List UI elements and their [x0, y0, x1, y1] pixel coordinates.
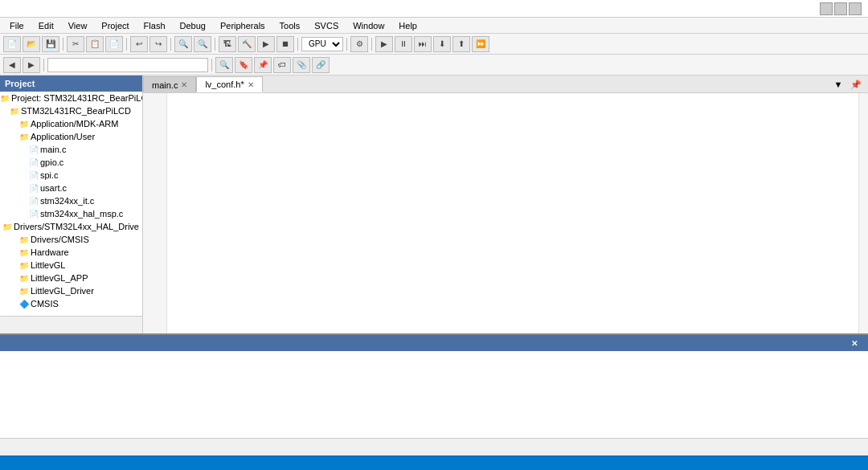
target-select[interactable]: GPU: [301, 37, 343, 51]
project-panel: Project 📁Project: STM32L431RC_BearPiLCD📁…: [0, 76, 143, 333]
sep3: [170, 38, 171, 51]
step-btn[interactable]: ⏭: [414, 36, 432, 52]
menu-bar: FileEditViewProjectFlashDebugPeripherals…: [0, 18, 868, 34]
menu-item-tools[interactable]: Tools: [273, 19, 307, 32]
run-btn[interactable]: ▶: [375, 36, 393, 52]
rebuild-btn[interactable]: 🔨: [238, 36, 256, 52]
tree-item[interactable]: 📄stm324xx_hal_msp.c: [0, 207, 142, 220]
sep2: [126, 38, 127, 51]
build-output-panel: ✕: [0, 333, 868, 438]
copy-btn[interactable]: 📋: [86, 36, 104, 52]
save-btn[interactable]: 💾: [42, 36, 59, 52]
cut-btn[interactable]: ✂: [67, 36, 84, 52]
tree-item[interactable]: 📄gpio.c: [0, 156, 142, 169]
code-editor: [143, 93, 868, 333]
undo-btn[interactable]: ↩: [130, 36, 148, 52]
tree-item[interactable]: 📁Hardware: [0, 246, 142, 259]
menu-item-project[interactable]: Project: [95, 19, 135, 32]
sep4: [215, 38, 215, 51]
menu-item-flash[interactable]: Flash: [137, 19, 172, 32]
menu-item-debug[interactable]: Debug: [174, 19, 212, 32]
stop-btn[interactable]: ⏹: [276, 36, 294, 52]
bookmark5[interactable]: 🔗: [312, 57, 330, 73]
sep8: [43, 59, 44, 72]
editor-area: main.c ✕ lv_conf.h* ✕ ▼ 📌: [143, 76, 868, 333]
bookmark4[interactable]: 📎: [293, 57, 310, 73]
minimize-button[interactable]: [820, 2, 833, 15]
build-btn[interactable]: 🏗: [219, 36, 236, 52]
back-btn[interactable]: ◀: [3, 57, 21, 73]
tree-item[interactable]: 📁Project: STM32L431RC_BearPiLCD: [0, 92, 142, 104]
build-panel-close[interactable]: ✕: [845, 335, 863, 351]
tree-item[interactable]: 🔷CMSIS: [0, 297, 142, 310]
sep5: [297, 38, 298, 51]
tree-item[interactable]: 📄stm324xx_it.c: [0, 194, 142, 207]
new-file-btn[interactable]: 📄: [3, 36, 21, 52]
bookmark3[interactable]: 🏷: [273, 57, 291, 73]
project-tree: 📁Project: STM32L431RC_BearPiLCD📁STM32L43…: [0, 92, 142, 316]
toolbar-row-1: 📄 📂 💾 ✂ 📋 📄 ↩ ↪ 🔍 🔍 🏗 🔨 ▶ ⏹ GPU ⚙ ▶ ⏸ ⏭ …: [0, 34, 868, 55]
tab-main-c[interactable]: main.c ✕: [143, 76, 196, 92]
forward-btn[interactable]: ▶: [23, 57, 40, 73]
project-panel-header: Project: [0, 76, 142, 92]
tab-main-c-label: main.c: [152, 80, 178, 90]
tab-lv-conf[interactable]: lv_conf.h* ✕: [196, 76, 262, 92]
debug-btn[interactable]: ▶: [257, 36, 275, 52]
maximize-button[interactable]: [834, 2, 847, 15]
next-btn[interactable]: ⏩: [472, 36, 489, 52]
tab-lv-conf-close[interactable]: ✕: [248, 80, 254, 89]
toolbar-row-2: ◀ ▶ 🔍 🔖 📌 🏷 📎 🔗: [0, 55, 868, 76]
bookmark2[interactable]: 📌: [254, 57, 272, 73]
menu-item-edit[interactable]: Edit: [32, 19, 60, 32]
paste-btn[interactable]: 📄: [105, 36, 123, 52]
bookmark1[interactable]: 🔖: [235, 57, 252, 73]
close-button[interactable]: [849, 2, 862, 15]
tree-item[interactable]: 📁LittlevGL: [0, 259, 142, 272]
main-area: Project 📁Project: STM32L431RC_BearPiLCD📁…: [0, 76, 868, 333]
code-content[interactable]: [167, 93, 858, 333]
find-btn[interactable]: 🔍: [174, 36, 192, 52]
tree-item[interactable]: 📄spi.c: [0, 169, 142, 182]
tree-item[interactable]: 📁Drivers/STM32L4xx_HAL_Drive: [0, 220, 142, 233]
tree-item[interactable]: 📄main.c: [0, 143, 142, 156]
go-btn[interactable]: 🔍: [215, 57, 233, 73]
menu-item-file[interactable]: File: [3, 19, 31, 32]
status-bar: [0, 456, 868, 470]
redo-btn[interactable]: ↪: [149, 36, 167, 52]
tree-item[interactable]: 📁LittlevGL_APP: [0, 272, 142, 284]
project-panel-title: Project: [5, 79, 35, 88]
file-path-display: [47, 58, 208, 72]
sep6: [346, 38, 347, 51]
tabs-bar: main.c ✕ lv_conf.h* ✕ ▼ 📌: [143, 76, 868, 93]
tree-item[interactable]: 📁LittlevGL_Driver: [0, 284, 142, 297]
menu-item-peripherals[interactable]: Peripherals: [214, 19, 272, 32]
line-numbers: [143, 93, 167, 333]
tree-item[interactable]: 📁Application/MDK-ARM: [0, 117, 142, 130]
stepover-btn[interactable]: ⬇: [433, 36, 451, 52]
bottom-tabs: [0, 438, 868, 456]
options-btn[interactable]: ⚙: [350, 36, 368, 52]
menu-item-view[interactable]: View: [62, 19, 94, 32]
window-controls: [820, 2, 862, 15]
tree-item[interactable]: 📄usart.c: [0, 182, 142, 194]
vertical-scrollbar[interactable]: [858, 93, 868, 333]
sep1: [63, 38, 63, 51]
menu-item-svcs[interactable]: SVCS: [308, 19, 345, 32]
sep9: [211, 59, 212, 72]
tree-item[interactable]: 📁Application/User: [0, 130, 142, 143]
find2-btn[interactable]: 🔍: [194, 36, 211, 52]
menu-item-window[interactable]: Window: [346, 19, 391, 32]
stepout-btn[interactable]: ⬆: [452, 36, 470, 52]
open-btn[interactable]: 📂: [23, 36, 40, 52]
tabs-controls: ▼ 📌: [826, 76, 868, 92]
tab-lv-conf-label: lv_conf.h*: [205, 80, 244, 89]
tab-main-c-close[interactable]: ✕: [181, 80, 187, 89]
halt-btn[interactable]: ⏸: [395, 36, 412, 52]
tree-item[interactable]: 📁Drivers/CMSIS: [0, 233, 142, 246]
tab-list-btn[interactable]: ▼: [829, 76, 847, 92]
tree-item[interactable]: 📁STM32L431RC_BearPiLCD: [0, 104, 142, 117]
tab-pin-btn[interactable]: 📌: [847, 76, 865, 92]
build-output-content: [0, 351, 868, 438]
title-bar: [0, 0, 868, 18]
menu-item-help[interactable]: Help: [392, 19, 424, 32]
